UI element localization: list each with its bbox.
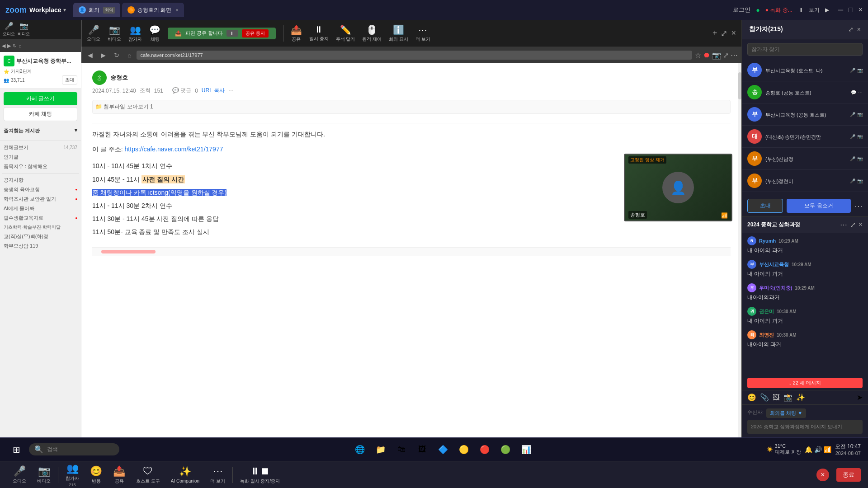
sidebar-item-notice[interactable]: 공지사항 (2, 175, 79, 185)
ai-chat-btn[interactable]: ✨ (796, 393, 805, 402)
sidebar-item-security[interactable]: 학력조사관 보안관 일기 ● (2, 194, 79, 204)
more-icon-2[interactable]: ⋯ (858, 90, 863, 95)
sidebar-item-resources[interactable]: 필수생활교육자료 ● (2, 213, 79, 223)
participant-search-input[interactable] (747, 43, 863, 56)
sidebar-item-counseling[interactable]: 학부모상담 119 (2, 241, 79, 251)
sidebar-item-parenting[interactable]: 송생의 육아코칭 ● (2, 185, 79, 194)
content-scrollbar[interactable] (738, 63, 741, 437)
panel-invite-btn[interactable]: 초대 (747, 199, 783, 213)
screen-window-minimize[interactable]: + (712, 28, 717, 38)
video-icon-4[interactable]: 📷 (857, 134, 863, 139)
tray-icon-3[interactable]: 📶 (824, 446, 831, 453)
post-menu-btn[interactable]: ⋯ (228, 88, 234, 94)
taskbar-apps-3[interactable]: 🔴 (476, 441, 494, 459)
taskbar-photos[interactable]: 🖼 (413, 441, 431, 459)
sidebar-item-basic-learning[interactable]: 기초학력·학습부진·학력미달 (2, 223, 79, 232)
screenshot-btn[interactable]: 📸 (783, 393, 793, 402)
tb-audio[interactable]: 🎤 오디오 (87, 24, 100, 42)
tb-remote[interactable]: 🖱️ 원격 제어 (362, 24, 382, 42)
close-participants-icon[interactable]: × (857, 26, 861, 33)
pause-btn[interactable]: ⏸ (798, 7, 803, 13)
chat-button[interactable]: 카페 채팅 (4, 107, 77, 121)
tz-recording[interactable]: ⏸⏹ 녹화 일시 중지/중지 (235, 465, 285, 484)
expand-participants-icon[interactable]: ⤢ (848, 26, 854, 33)
tb-annotation[interactable]: ✏️ 주석 달기 (336, 24, 355, 42)
tb-meeting-info[interactable]: ℹ️ 회의 표시 (389, 24, 408, 42)
image-btn[interactable]: 🖼 (773, 394, 780, 402)
tb-video[interactable]: 📷 비디오 (108, 24, 121, 42)
taskbar-apps-2[interactable]: 🟡 (455, 441, 473, 459)
nav-refresh[interactable]: ↻ (111, 51, 122, 60)
stop-share-btn[interactable]: 공유 중지 (242, 29, 269, 38)
sidebar-item-popular[interactable]: 인기글 (2, 152, 79, 162)
chat-close-icon[interactable]: × (859, 221, 863, 229)
taskbar-close-x[interactable]: × (816, 469, 829, 481)
login-button[interactable]: 로그인 (733, 6, 750, 14)
mic-icon-1[interactable]: 🎤 (850, 68, 855, 73)
emoji-btn[interactable]: 😊 (747, 393, 756, 402)
invite-button[interactable]: 초대 (62, 75, 77, 84)
more-nav-icon[interactable]: ⋯ (731, 51, 738, 60)
share-screen-icon[interactable]: ⤢ (723, 51, 729, 60)
end-btn[interactable]: 종료 (836, 468, 861, 482)
minimize-btn[interactable]: ─ (838, 6, 843, 14)
mute-all-btn[interactable]: 모두 음소거 (787, 199, 851, 213)
view-label[interactable]: 보기 (809, 6, 820, 14)
taskbar-apps-5[interactable]: 📊 (517, 441, 535, 459)
sidebar-item-together[interactable]: 품목지유 : 함께해요 (2, 162, 79, 171)
chat-more-icon[interactable]: ⋯ (840, 221, 847, 229)
floating-video[interactable]: 고정된 영상 제거 👤 송형호 📶 (624, 154, 732, 221)
url-bar[interactable]: cafe.naver.com/ket21/17977 (137, 51, 692, 60)
tab-close-icon[interactable]: × (176, 8, 179, 13)
taskbar-edge[interactable]: 🌐 (351, 441, 369, 459)
tab-meeting[interactable]: 👤 회의 회의 (73, 3, 120, 17)
taskbar-apps-4[interactable]: 🟢 (496, 441, 514, 459)
mic-icon-5[interactable]: 🎤 (850, 156, 855, 161)
video-icon-3[interactable]: 📷 (857, 112, 863, 117)
close-btn[interactable]: × (859, 6, 863, 14)
more-participants-btn[interactable]: ⋯ (854, 201, 863, 211)
dropdown-chevron[interactable]: ▾ (63, 7, 66, 13)
bookmark-icon[interactable]: ☆ (695, 51, 701, 60)
video-fix-badge[interactable]: 고정된 영상 제거 (628, 156, 666, 164)
chat-icon-2[interactable]: 💬 (851, 90, 856, 95)
sidebar-item-office[interactable]: 교(직)실(무)백(화)정 (2, 232, 79, 241)
tz-reaction[interactable]: 😊 반응 (85, 465, 108, 484)
chat-expand-icon[interactable]: ⤢ (850, 221, 856, 229)
write-button[interactable]: 카페 글쓰기 (4, 92, 77, 105)
nav-home[interactable]: ⌂ (125, 51, 134, 60)
nav-back-small[interactable]: ◀ (2, 43, 5, 49)
taskbar-apps-1[interactable]: 🔷 (434, 441, 452, 459)
start-btn[interactable]: ⊞ (7, 441, 25, 459)
mic-icon-3[interactable]: 🎤 (850, 112, 855, 117)
tray-icon-2[interactable]: 🔊 (814, 446, 822, 453)
tz-participants[interactable]: 👥 참가자 215 (60, 463, 85, 487)
screen-window-expand[interactable]: ⤢ (721, 28, 727, 38)
nav-refresh-small[interactable]: ↻ (13, 43, 17, 49)
nav-forward[interactable]: ▶ (98, 51, 108, 60)
tb-pause[interactable]: ⏸ 일시 중지 (309, 24, 329, 42)
tray-icon-1[interactable]: 🔔 (805, 446, 812, 453)
tz-audio[interactable]: 🎤 오디오 (7, 465, 32, 484)
tb-video-small[interactable]: 📷 비디오 (18, 22, 30, 37)
video-icon-1[interactable]: 📷 (857, 68, 863, 73)
tz-video[interactable]: 📷 비디오 (32, 465, 56, 484)
tab-screen-share[interactable]: ⊙ 송형호의 화면 × (122, 3, 184, 17)
tb-participants[interactable]: 👥 참가자 (128, 24, 142, 42)
url-copy-btn[interactable]: URL 복사 (202, 87, 225, 94)
nav-back[interactable]: ◀ (85, 51, 95, 60)
nav-home-small[interactable]: ⌂ (19, 43, 22, 48)
tz-host-tools[interactable]: 🛡 호스트 도구 (131, 465, 165, 484)
favorites-toggle[interactable]: ▾ (75, 127, 77, 134)
sidebar-item-ai[interactable]: AI에게 물어봐 (2, 204, 79, 213)
recipient-selector[interactable]: 회의를 채팅 ▼ (766, 408, 806, 418)
taskbar-explorer[interactable]: 📁 (372, 441, 390, 459)
sidebar-item-all[interactable]: 전체글보기 14,737 (2, 143, 79, 152)
taskbar-store[interactable]: 🛍 (392, 441, 410, 459)
screen-window-close[interactable]: × (731, 28, 736, 38)
tz-more[interactable]: ⋯ 더 보기 (205, 465, 231, 484)
mic-icon-6[interactable]: 🎤 (850, 178, 855, 183)
tb-more[interactable]: ⋯ 더 보기 (415, 24, 430, 42)
maximize-btn[interactable]: □ (849, 6, 853, 14)
video-icon-6[interactable]: 📷 (857, 178, 863, 183)
